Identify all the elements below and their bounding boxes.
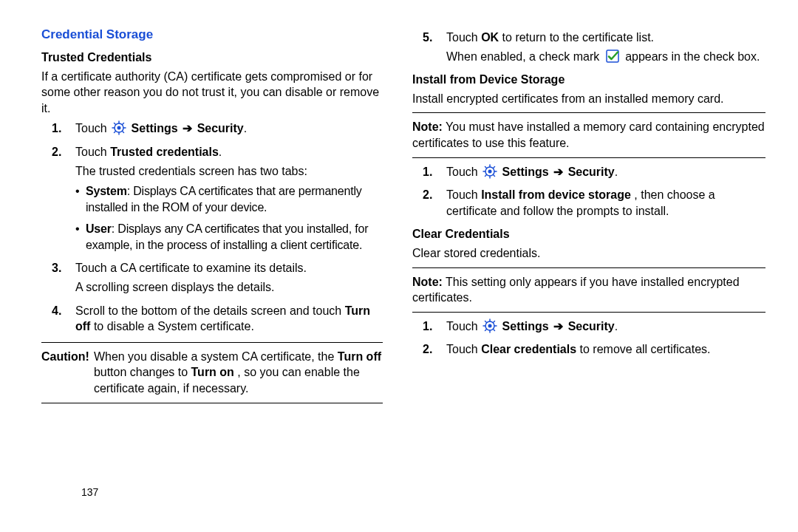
step-3: 3. Touch a CA certificate to examine its… bbox=[41, 260, 383, 295]
step-text: Scroll to the bottom of the details scre… bbox=[75, 304, 345, 317]
step-text: to remove all certificates. bbox=[580, 343, 711, 355]
settings-label: Settings bbox=[132, 122, 178, 134]
arrow-icon: ➔ bbox=[183, 122, 192, 134]
security-label: Security bbox=[568, 320, 615, 332]
settings-gear-icon bbox=[482, 318, 497, 333]
svg-line-29 bbox=[485, 329, 487, 330]
step-text: to return to the certificate list. bbox=[502, 31, 654, 44]
bullet-lead: System bbox=[86, 185, 127, 197]
svg-point-22 bbox=[488, 324, 492, 327]
followup-text: appears in the check box. bbox=[625, 50, 760, 63]
steps-list-cont: 5. Touch OK to return to the certificate… bbox=[412, 30, 765, 64]
arrow-icon: ➔ bbox=[553, 166, 563, 178]
note-memory-card: Note: You must have installed a memory c… bbox=[412, 119, 765, 151]
step-followup: The trusted credentials screen has two t… bbox=[75, 163, 383, 180]
step-text: Touch a CA certificate to examine its de… bbox=[75, 262, 307, 274]
right-column: 5. Touch OK to return to the certificate… bbox=[403, 27, 765, 517]
caution-text: When you disable a system CA certificate… bbox=[94, 350, 338, 363]
note-lead: Note: bbox=[412, 276, 443, 288]
svg-line-7 bbox=[123, 132, 124, 133]
divider bbox=[412, 267, 765, 268]
svg-line-18 bbox=[494, 174, 495, 176]
svg-line-27 bbox=[485, 321, 487, 322]
bullet-body: : Displays CA certificates that are perm… bbox=[86, 185, 362, 214]
bullet-lead: User bbox=[86, 222, 112, 235]
arrow-icon: ➔ bbox=[553, 320, 563, 332]
step-text: to disable a System certificate. bbox=[94, 320, 254, 332]
step-5: 5. Touch OK to return to the certificate… bbox=[412, 30, 765, 64]
note-body: This setting only appears if you have in… bbox=[412, 276, 740, 304]
step-text: Touch bbox=[446, 320, 481, 332]
turn-on-label: Turn on bbox=[191, 366, 234, 378]
step-followup: When enabled, a check mark appears in th… bbox=[446, 49, 765, 65]
svg-line-19 bbox=[485, 174, 487, 176]
step-text: Touch bbox=[75, 122, 110, 134]
istep-2: 2. Touch Install from device storage , t… bbox=[412, 187, 765, 219]
note-encrypted: Note: This setting only appears if you h… bbox=[412, 274, 765, 306]
svg-line-17 bbox=[485, 166, 487, 168]
step-2: 2. Touch Trusted credentials. The truste… bbox=[41, 144, 383, 253]
settings-gear-icon bbox=[112, 120, 126, 135]
clear-steps: 1. Touch Settings ➔ Security. 2. Touch C… bbox=[412, 318, 765, 358]
ok-label: OK bbox=[481, 31, 499, 44]
divider bbox=[412, 112, 765, 113]
bullet-body: : Displays any CA certificates that you … bbox=[86, 222, 368, 251]
clear-credentials-label: Clear credentials bbox=[481, 343, 576, 355]
turn-off-label: Turn off bbox=[338, 350, 381, 363]
settings-gear-icon bbox=[482, 164, 497, 179]
section-heading: Credential Storage bbox=[41, 27, 383, 44]
install-intro: Install encrypted certificates from an i… bbox=[412, 91, 765, 107]
trusted-credentials-label: Trusted credentials bbox=[110, 146, 219, 158]
clear-intro: Clear stored credentials. bbox=[412, 245, 765, 262]
page-number: 137 bbox=[81, 486, 98, 498]
step-followup: A scrolling screen displays the details. bbox=[75, 279, 383, 296]
step-text: Touch bbox=[446, 31, 481, 44]
step-text: Touch bbox=[75, 146, 110, 158]
divider bbox=[412, 312, 765, 313]
step-1: 1. Touch Settings ➔ Security. bbox=[41, 120, 383, 137]
divider bbox=[41, 342, 383, 343]
cstep-2: 2. Touch Clear credentials to remove all… bbox=[412, 341, 765, 358]
istep-1: 1. Touch Settings ➔ Security. bbox=[412, 164, 765, 180]
bullet-system: System: Displays CA certificates that ar… bbox=[75, 183, 383, 215]
step-4: 4. Scroll to the bottom of the details s… bbox=[41, 303, 383, 335]
svg-line-28 bbox=[494, 329, 495, 330]
left-column: Credential Storage Trusted Credentials I… bbox=[41, 27, 403, 517]
security-label: Security bbox=[568, 166, 615, 178]
page-container: Credential Storage Trusted Credentials I… bbox=[0, 0, 798, 532]
caution-body: When you disable a system CA certificate… bbox=[94, 349, 383, 397]
intro-paragraph: If a certificate authority (CA) certific… bbox=[41, 69, 383, 117]
subheading-trusted: Trusted Credentials bbox=[41, 50, 383, 66]
install-from-storage-label: Install from device storage bbox=[481, 188, 631, 201]
settings-label: Settings bbox=[502, 320, 549, 332]
steps-list: 1. Touch Settings ➔ Security. 2. Touch T… bbox=[41, 120, 383, 335]
security-label: Security bbox=[197, 122, 244, 134]
divider bbox=[412, 157, 765, 158]
tabs-bullets: System: Displays CA certificates that ar… bbox=[75, 183, 383, 253]
svg-line-9 bbox=[123, 123, 124, 125]
checkmark-icon bbox=[605, 49, 620, 64]
followup-text: When enabled, a check mark bbox=[446, 50, 603, 63]
caution-lead: Caution! bbox=[41, 349, 94, 397]
svg-point-1 bbox=[117, 126, 121, 130]
install-steps: 1. Touch Settings ➔ Security. 2. Touch I… bbox=[412, 164, 765, 219]
step-text: Touch bbox=[446, 343, 481, 355]
subheading-clear: Clear Credentials bbox=[412, 226, 765, 242]
caution-note: Caution! When you disable a system CA ce… bbox=[41, 349, 383, 397]
svg-line-20 bbox=[494, 166, 495, 168]
bullet-user: User: Displays any CA certificates that … bbox=[75, 221, 383, 253]
cstep-1: 1. Touch Settings ➔ Security. bbox=[412, 318, 765, 335]
svg-line-30 bbox=[494, 321, 495, 322]
step-text: Touch bbox=[446, 166, 481, 178]
svg-line-6 bbox=[115, 123, 116, 125]
note-body: You must have installed a memory card co… bbox=[412, 120, 765, 149]
subheading-install: Install from Device Storage bbox=[412, 72, 765, 88]
step-text: Touch bbox=[446, 188, 481, 201]
svg-point-12 bbox=[488, 169, 492, 173]
svg-line-8 bbox=[115, 132, 116, 133]
settings-label: Settings bbox=[502, 166, 549, 178]
divider bbox=[41, 403, 383, 403]
note-lead: Note: bbox=[412, 120, 443, 133]
caution-text: button changes to bbox=[94, 366, 191, 378]
